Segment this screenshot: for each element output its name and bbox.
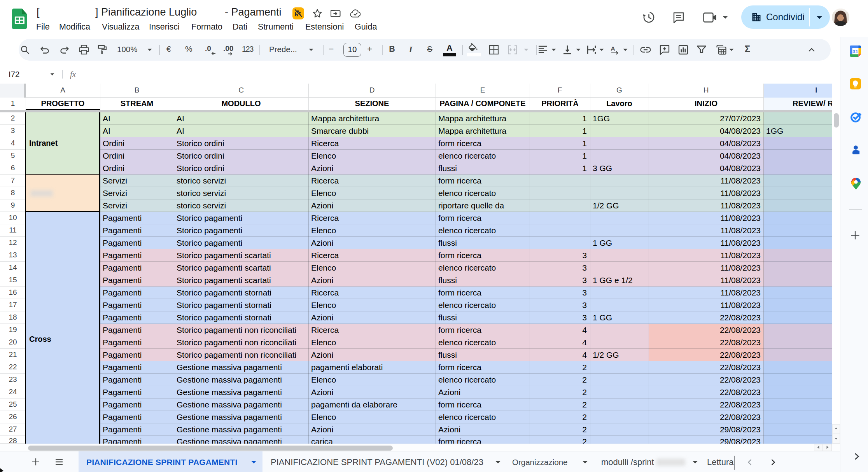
svg-text:A: A [611, 45, 615, 52]
svg-text:31: 31 [852, 49, 858, 54]
